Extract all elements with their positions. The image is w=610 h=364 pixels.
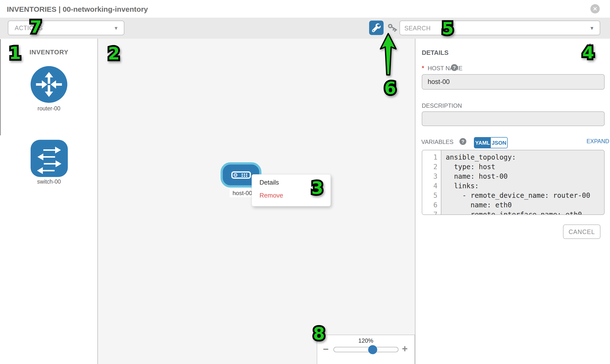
close-icon[interactable]: ✕	[590, 4, 600, 13]
host-name-field[interactable]	[422, 74, 605, 90]
description-field[interactable]	[422, 111, 605, 126]
annotation-6: 66	[384, 79, 396, 97]
annotation-4: 44	[582, 44, 594, 61]
zoom-out-button[interactable]: −	[323, 344, 328, 355]
search-dropdown[interactable]: ▼	[400, 21, 600, 35]
variables-code-editor[interactable]: 1 2 3 4 5 6 7 ansible_topology: type: ho…	[422, 150, 605, 215]
code-line: links:	[446, 181, 604, 191]
zoom-in-button[interactable]: +	[402, 343, 408, 354]
line-number: 1	[422, 153, 441, 162]
line-number: 4	[422, 181, 441, 191]
zoom-slider-track[interactable]	[333, 347, 399, 352]
zoom-slider-thumb[interactable]	[368, 345, 377, 354]
line-number: 2	[422, 162, 441, 172]
caret-down-icon: ▼	[589, 26, 594, 31]
editor-gutter: 1 2 3 4 5 6 7	[422, 150, 441, 214]
variables-format-toggle: YAML JSON	[474, 137, 508, 148]
palette-item-switch[interactable]	[31, 140, 68, 177]
annotation-3: 33	[311, 180, 323, 196]
annotation-arrow-icon	[379, 33, 398, 76]
search-input[interactable]	[404, 22, 576, 35]
host-icon	[231, 171, 251, 179]
description-label: DESCRIPTION	[422, 102, 462, 109]
annotation-8: 88	[313, 325, 325, 342]
zoom-level-label: 120%	[317, 337, 415, 344]
code-line: name: host-00	[446, 172, 604, 181]
line-number: 5	[422, 191, 441, 200]
expand-link[interactable]: EXPAND	[586, 138, 609, 145]
inventory-topology-window: INVENTORIES | 00-networking-inventory ✕ …	[0, 0, 610, 364]
required-asterisk: *	[422, 65, 424, 72]
cancel-button[interactable]: CANCEL	[563, 224, 600, 239]
switch-icon	[31, 140, 68, 177]
context-menu-item-details[interactable]: Details	[260, 179, 279, 186]
details-panel-title: DETAILS	[422, 49, 448, 57]
code-line: ansible_topology:	[446, 153, 604, 162]
editor-code[interactable]: ansible_topology: type: host name: host-…	[442, 150, 604, 215]
key-icon[interactable]	[388, 24, 399, 33]
code-line: - remote_device_name: router-00	[446, 191, 604, 200]
annotation-1: 11	[9, 45, 21, 62]
line-number: 6	[422, 200, 441, 210]
line-number: 7	[422, 210, 441, 215]
annotation-2: 22	[108, 45, 120, 62]
toggle-json[interactable]: JSON	[491, 138, 507, 148]
line-number: 3	[422, 172, 441, 181]
window-header: INVENTORIES | 00-networking-inventory	[0, 0, 610, 18]
code-line: remote_interface_name: eth0	[446, 210, 604, 215]
code-line: type: host	[446, 162, 604, 172]
help-icon[interactable]: ?	[451, 64, 458, 71]
toggle-yaml[interactable]: YAML	[474, 138, 491, 148]
page-title: INVENTORIES | 00-networking-inventory	[7, 0, 148, 18]
palette-item-router[interactable]	[31, 66, 67, 103]
variables-label: VARIABLES	[421, 139, 454, 145]
palette-item-label: switch-00	[0, 179, 98, 185]
palette-item-label: router-00	[0, 105, 98, 112]
annotation-5: 55	[442, 20, 454, 37]
host-node-label: host-00	[230, 189, 255, 197]
actions-dropdown[interactable]: ACTIONS ▼	[8, 21, 124, 35]
annotation-7: 77	[30, 18, 42, 36]
context-menu-item-remove[interactable]: Remove	[260, 192, 283, 199]
help-icon[interactable]: ?	[459, 138, 466, 145]
code-line: name: eth0	[446, 200, 604, 210]
caret-down-icon: ▼	[114, 26, 118, 31]
router-icon	[31, 66, 67, 103]
